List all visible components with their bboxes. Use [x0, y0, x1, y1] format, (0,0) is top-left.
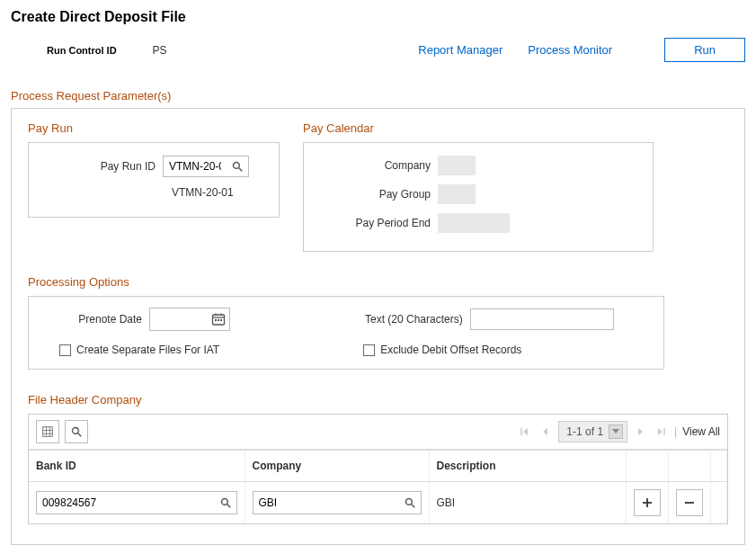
company-field[interactable]: [253, 491, 422, 514]
exclude-debit-offset-checkbox[interactable]: [363, 344, 375, 356]
col-description[interactable]: Description: [429, 451, 627, 482]
page-title: Create Direct Deposit File: [11, 9, 745, 25]
svg-marker-17: [523, 428, 528, 435]
pay-run-title: Pay Run: [28, 121, 280, 135]
col-bank-id[interactable]: Bank ID: [29, 451, 245, 482]
company-label: Company: [316, 159, 438, 172]
chevron-right-icon: [636, 427, 644, 436]
process-monitor-link[interactable]: Process Monitor: [528, 43, 612, 57]
grid-icon: [42, 425, 53, 438]
next-page-button[interactable]: [633, 425, 647, 438]
delete-row-button[interactable]: [676, 489, 703, 516]
page-range: 1-1 of 1: [566, 425, 603, 438]
chevron-down-icon: [612, 429, 619, 434]
add-row-button[interactable]: [634, 489, 661, 516]
processing-options-group: Processing Options Prenote Date Text (20…: [28, 275, 728, 370]
svg-point-23: [221, 499, 227, 505]
grid-find-button[interactable]: [65, 420, 88, 443]
svg-rect-7: [218, 319, 219, 321]
separate-files-iat-checkbox[interactable]: [59, 344, 71, 356]
svg-line-1: [239, 168, 243, 172]
text-20-input[interactable]: [470, 308, 614, 330]
company-lookup-button[interactable]: [399, 496, 421, 510]
minus-icon: [684, 497, 695, 508]
file-header-company-title: File Header Company: [28, 393, 728, 407]
view-all-link[interactable]: View All: [682, 425, 720, 438]
search-icon: [71, 425, 82, 438]
search-icon: [220, 497, 231, 508]
pay-run-id-description: VTMN-20-01: [172, 186, 266, 199]
page-dropdown-button[interactable]: [609, 424, 623, 439]
file-header-grid: Bank ID Company Description: [29, 450, 727, 523]
processing-options-title: Processing Options: [28, 275, 728, 289]
pay-group-value: [438, 184, 476, 204]
last-page-button[interactable]: [653, 425, 669, 438]
plus-icon: [642, 497, 653, 508]
exclude-debit-offset-label: Exclude Debit Offset Records: [380, 344, 521, 356]
svg-marker-21: [658, 428, 663, 435]
prenote-date-field[interactable]: [149, 308, 230, 331]
report-manager-link[interactable]: Report Manager: [418, 43, 503, 57]
file-header-company-group: File Header Company 1-1 of 1: [28, 393, 728, 524]
svg-line-15: [78, 433, 82, 437]
svg-marker-19: [612, 429, 619, 433]
bank-id-input[interactable]: [37, 492, 215, 514]
company-input[interactable]: [253, 492, 399, 514]
run-control-id-label: Run Control ID: [47, 45, 117, 56]
top-row: Run Control ID PS Report Manager Process…: [11, 38, 745, 62]
pay-run-id-field[interactable]: [163, 156, 249, 177]
col-company[interactable]: Company: [245, 451, 429, 482]
svg-point-0: [234, 163, 240, 169]
svg-point-14: [73, 428, 79, 434]
description-cell: GBI: [429, 482, 627, 524]
run-button[interactable]: Run: [664, 38, 745, 62]
prev-page-button[interactable]: [538, 425, 553, 438]
bank-id-lookup-button[interactable]: [215, 496, 236, 510]
svg-point-25: [405, 499, 412, 505]
svg-marker-18: [543, 428, 547, 435]
svg-line-26: [411, 505, 414, 508]
grid-nav: 1-1 of 1 | View All: [517, 421, 720, 442]
calendar-icon: [211, 312, 226, 326]
grid-toolbar: 1-1 of 1 | View All: [29, 415, 727, 450]
text-20-label: Text (20 Characters): [365, 313, 470, 326]
svg-line-24: [227, 505, 230, 508]
search-icon: [232, 161, 243, 172]
params-section-title: Process Request Parameter(s): [11, 89, 745, 103]
search-icon: [405, 497, 415, 508]
svg-rect-8: [220, 319, 222, 321]
pay-calendar-title: Pay Calendar: [303, 121, 654, 135]
pay-run-group: Pay Run Pay Run ID VTMN-20-01: [28, 121, 280, 252]
grid-personalize-button[interactable]: [36, 420, 59, 443]
pay-run-id-lookup-button[interactable]: [227, 159, 248, 174]
prenote-date-label: Prenote Date: [41, 313, 149, 326]
nav-separator: |: [674, 425, 677, 438]
pay-run-id-label: Pay Run ID: [41, 160, 163, 173]
svg-marker-20: [638, 428, 643, 435]
separate-files-iat-label: Create Separate Files For IAT: [76, 344, 219, 356]
first-page-button[interactable]: [517, 425, 533, 438]
top-links: Report Manager Process Monitor Run: [418, 38, 745, 62]
bank-id-field[interactable]: [36, 491, 237, 514]
run-control-id-value: PS: [153, 44, 167, 57]
table-row: GBI: [29, 482, 727, 524]
pay-run-id-input[interactable]: [164, 156, 227, 176]
pay-calendar-group: Pay Calendar Company Pay Group Pay Perio…: [303, 121, 654, 252]
last-icon: [656, 427, 665, 436]
chevron-left-icon: [542, 427, 549, 436]
first-icon: [520, 427, 529, 436]
page-dropdown[interactable]: 1-1 of 1: [558, 421, 627, 442]
company-value: [438, 156, 476, 175]
params-box: Pay Run Pay Run ID VTMN-20-01 Pay Calend…: [11, 108, 745, 545]
svg-rect-9: [43, 427, 53, 437]
pay-group-label: Pay Group: [316, 188, 438, 201]
svg-rect-6: [215, 319, 217, 321]
pay-period-end-value: [438, 213, 510, 233]
pay-period-end-label: Pay Period End: [316, 217, 438, 229]
